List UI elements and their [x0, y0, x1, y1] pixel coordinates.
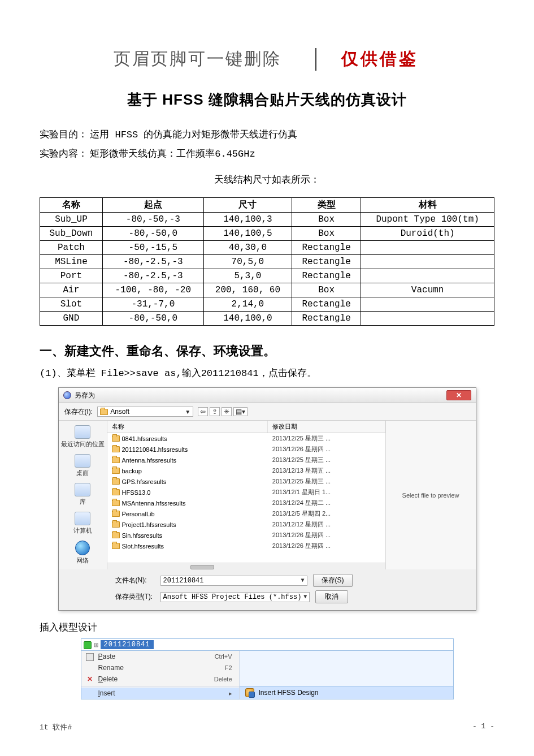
file-name-cell: 0841.hfssresults [107, 434, 268, 443]
file-name: MSAntenna.hfssresults [122, 500, 186, 507]
file-row[interactable]: 0841.hfssresults2013/12/25 星期三 ... [107, 433, 385, 444]
folder-icon [112, 457, 120, 463]
menu-shortcut: Delete [214, 676, 232, 682]
folder-icon [100, 409, 108, 415]
back-icon[interactable]: ⇦ [198, 407, 208, 416]
th-start: 起点 [102, 198, 203, 213]
file-name-cell: GPS.hfssresults [107, 477, 268, 486]
save-button[interactable]: 保存(S) [313, 574, 353, 587]
horizontal-scrollbar[interactable] [107, 563, 385, 569]
folder-icon [112, 543, 120, 549]
place-icon [75, 512, 90, 525]
cell-name: GND [40, 312, 103, 326]
file-name-cell: Antenna.hfssresults [107, 455, 268, 465]
preview-pane: Select file to preview [385, 421, 476, 569]
folder-icon [112, 468, 120, 474]
up-icon[interactable]: ⇪ [210, 407, 220, 416]
chevron-down-icon: ▼ [185, 409, 190, 415]
close-icon[interactable]: ✕ [446, 390, 471, 400]
cancel-button[interactable]: 取消 [315, 590, 348, 603]
file-row[interactable]: MSAntenna.hfssresults2013/12/24 星期二 ... [107, 498, 385, 508]
menu-item-delete[interactable]: ✕DeleteDelete [81, 673, 239, 685]
col-date[interactable]: 修改日期 [268, 421, 385, 433]
filename-input[interactable]: 2011210841 ▼ [160, 576, 307, 586]
file-name: Antenna.hfssresults [122, 457, 177, 464]
cell-type: Rectangle [292, 312, 361, 326]
cell-start: -100, -80, -20 [102, 283, 203, 297]
cell-size: 200, 160, 60 [203, 283, 292, 297]
file-date-cell: 2013/12/26 星期四 ... [268, 444, 385, 454]
menu-shortcut: Ctrl+V [215, 653, 232, 660]
menu-item-label: Insert [98, 689, 115, 697]
paste-icon [86, 653, 94, 661]
place-item[interactable]: 计算机 [73, 512, 92, 535]
hfss-design-icon [245, 688, 254, 697]
table-row: MSLine-80,-2.5,-370,5,0Rectangle [40, 255, 494, 269]
file-name-cell: MSAntenna.hfssresults [107, 498, 268, 508]
project-tree-row: ⊞ 2011210841 [81, 639, 453, 651]
cell-name: MSLine [40, 255, 103, 269]
save-in-value: Ansoft [110, 408, 129, 416]
cell-name: Air [40, 283, 103, 297]
file-list: 名称 修改日期 0841.hfssresults2013/12/25 星期三 .… [107, 421, 385, 569]
context-menu: PasteCtrl+VRenameF2✕DeleteDeleteInsert▸ [81, 651, 240, 699]
col-name[interactable]: 名称 [107, 421, 268, 433]
filename-value: 2011210841 [163, 577, 204, 585]
place-item[interactable]: 桌面 [75, 454, 90, 477]
place-item[interactable]: 网络 [75, 541, 90, 565]
file-name-cell: Sin.hfssresults [107, 530, 268, 540]
folder-icon [112, 521, 120, 528]
view-menu-icon[interactable]: ▤▾ [233, 407, 248, 416]
menu-separator [81, 686, 239, 686]
file-row[interactable]: Slot.hfssresults2013/12/26 星期四 ... [107, 541, 385, 551]
purpose-label: 实验目的： [40, 129, 88, 140]
cell-start: -80,-50,0 [102, 312, 203, 326]
menu-item-insert[interactable]: Insert▸ [81, 688, 239, 699]
file-name: 2011210841.hfssresults [122, 446, 188, 453]
context-menu-screenshot: ⊞ 2011210841 PasteCtrl+VRenameF2✕DeleteD… [81, 638, 454, 699]
file-name: Slot.hfssresults [122, 543, 164, 550]
file-row[interactable]: Antenna.hfssresults2013/12/25 星期三 ... [107, 455, 385, 465]
place-item[interactable]: 最近访问的位置 [61, 425, 105, 448]
insert-hfss-design-item[interactable]: Insert HFSS Design [240, 686, 453, 699]
dialog-toolbar: 保存在(I): Ansoft ▼ ⇦ ⇪ ✳ ▤▾ [59, 403, 476, 421]
file-date-cell: 2013/12/25 星期三 ... [268, 455, 385, 465]
filetype-label: 保存类型(T): [115, 592, 155, 602]
dialog-titlebar: 另存为 ✕ [59, 388, 476, 403]
cell-type: Box [292, 283, 361, 297]
cell-type: Rectangle [292, 269, 361, 283]
file-name: Project1.hfssresults [122, 521, 176, 528]
file-date-cell: 2013/12/25 星期三 ... [268, 434, 385, 443]
cell-start: -80,-2.5,-3 [102, 269, 203, 283]
file-row[interactable]: Sin.hfssresults2013/12/26 星期四 ... [107, 530, 385, 541]
filetype-combo[interactable]: Ansoft HFSS Project Files (*.hfss) ▼ [160, 592, 310, 602]
save-in-combo[interactable]: Ansoft ▼ [97, 407, 193, 417]
file-row[interactable]: 2011210841.hfssresults2013/12/26 星期四 ... [107, 444, 385, 455]
footer-left: it 软件# [40, 722, 72, 732]
menu-item-paste[interactable]: PasteCtrl+V [81, 651, 239, 662]
selected-project-node[interactable]: 2011210841 [101, 640, 154, 649]
cell-type: Rectangle [292, 297, 361, 312]
cell-material [361, 255, 494, 269]
purpose-line: 实验目的： 运用 HFSS 的仿真能力对矩形微带天线进行仿真 [40, 127, 494, 142]
file-row[interactable]: Project1.hfssresults2013/12/12 星期四 ... [107, 519, 385, 530]
file-row[interactable]: backup2013/12/13 星期五 ... [107, 465, 385, 476]
cell-name: Sub_Down [40, 227, 103, 241]
file-name: PersonalLib [122, 511, 155, 517]
table-header-row: 名称 起点 尺寸 类型 材料 [40, 198, 494, 213]
file-row[interactable]: GPS.hfssresults2013/12/25 星期三 ... [107, 476, 385, 487]
page-footer: it 软件# - 1 - [40, 722, 494, 732]
place-item[interactable]: 库 [75, 483, 90, 506]
menu-item-rename[interactable]: RenameF2 [81, 662, 239, 673]
table-caption: 天线结构尺寸如表所示： [40, 173, 494, 186]
file-row[interactable]: HFSS13.02013/12/1 星期日 1... [107, 487, 385, 498]
purpose-text: 运用 HFSS 的仿真能力对矩形微带天线进行仿真 [90, 129, 297, 140]
table-row: Patch-50,-15,540,30,0Rectangle [40, 241, 494, 255]
folder-icon [112, 489, 120, 495]
save-in-label: 保存在(I): [64, 407, 93, 417]
file-date-cell: 2013/12/25 星期三 ... [268, 477, 385, 486]
cell-name: Patch [40, 241, 103, 255]
new-folder-icon[interactable]: ✳ [222, 407, 232, 416]
file-row[interactable]: PersonalLib2013/12/5 星期四 2... [107, 508, 385, 519]
place-label: 桌面 [76, 469, 89, 477]
